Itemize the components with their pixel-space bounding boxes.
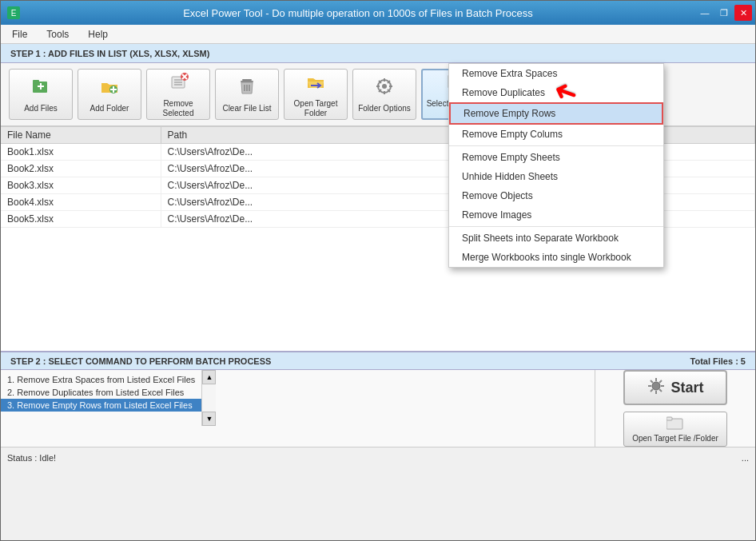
scroll-down-button[interactable]: ▼ [202, 412, 216, 426]
open-target-file-label: Open Target File /Folder [632, 434, 718, 443]
svg-point-8 [382, 84, 387, 89]
close-button[interactable]: ✕ [734, 5, 752, 21]
folder-options-icon [373, 75, 396, 101]
clear-list-label: Clear File List [222, 104, 271, 113]
add-files-label: Add Files [24, 104, 58, 113]
start-label: Start [670, 380, 703, 396]
step2-header: STEP 2 : SELECT COMMAND TO PERFORM BATCH… [1, 351, 755, 370]
scroll-track [202, 384, 216, 412]
step1-header: STEP 1 : ADD FILES IN LIST (XLS, XLSX, X… [1, 44, 755, 63]
open-target-folder-icon [304, 70, 327, 96]
command-list-area: 1. Remove Extra Spaces from Listed Excel… [1, 370, 595, 447]
command-list-item[interactable]: 1. Remove Extra Spaces from Listed Excel… [1, 373, 201, 386]
open-target-folder-label: Open Target Folder [284, 99, 347, 118]
restore-button[interactable]: ❐ [715, 5, 733, 21]
title-bar: E Excel Power Tool - Do multiple operati… [1, 1, 755, 25]
file-name-cell: Book5.xlsx [1, 211, 161, 228]
file-name-cell: Book1.xlsx [1, 144, 161, 161]
svg-rect-5 [242, 79, 252, 81]
add-folder-icon [98, 75, 121, 101]
start-gear-icon [647, 376, 666, 399]
step2-label: STEP 2 : SELECT COMMAND TO PERFORM BATCH… [10, 356, 271, 366]
status-bar: Status : Idle! ... [1, 447, 755, 467]
dropdown-separator [449, 226, 663, 227]
command-dropdown-menu[interactable]: Remove Extra SpacesRemove DuplicatesRemo… [448, 63, 664, 268]
command-list-item[interactable]: 3. Remove Empty Rows from Listed Excel F… [1, 399, 201, 412]
command-list-item[interactable]: 2. Remove Duplicates from Listed Excel F… [1, 386, 201, 399]
folder-options-button[interactable]: Folder Options [352, 69, 416, 120]
clear-list-button[interactable]: Clear File List [215, 69, 279, 120]
step2-content: 1. Remove Extra Spaces from Listed Excel… [1, 370, 755, 447]
file-name-cell: Book4.xlsx [1, 194, 161, 211]
dropdown-item[interactable]: Remove Extra Spaces [449, 64, 663, 83]
command-list: 1. Remove Extra Spaces from Listed Excel… [1, 370, 201, 426]
svg-rect-15 [666, 417, 672, 420]
dropdown-item[interactable]: Split Sheets into Separate Workbook [449, 229, 663, 248]
dropdown-separator [449, 145, 663, 146]
dropdown-item[interactable]: Remove Empty Sheets [449, 148, 663, 167]
open-target-file-icon [666, 416, 684, 432]
remove-selected-label: Remove Selected [147, 99, 209, 118]
add-folder-button[interactable]: Add Folder [78, 69, 141, 120]
status-dots: ... [742, 453, 749, 463]
menu-help[interactable]: Help [83, 27, 113, 42]
folder-options-label: Folder Options [358, 104, 411, 113]
remove-selected-icon [167, 70, 189, 96]
dropdown-item[interactable]: Remove Images [449, 205, 663, 225]
add-folder-label: Add Folder [90, 104, 129, 113]
file-name-cell: Book3.xlsx [1, 177, 161, 194]
dropdown-item[interactable]: Remove Empty Rows [449, 102, 663, 125]
dropdown-item[interactable]: Merge Workbooks into single Workbook [449, 248, 663, 267]
minimize-button[interactable]: — [696, 5, 714, 21]
start-button[interactable]: Start [623, 370, 727, 405]
app-icon: E [7, 6, 20, 19]
menu-bar: File Tools Help [1, 25, 755, 44]
dropdown-item[interactable]: Unhide Hidden Sheets [449, 167, 663, 186]
column-filename: File Name [1, 127, 161, 144]
svg-point-13 [652, 382, 660, 390]
status-text: Status : Idle! [7, 453, 56, 463]
total-files: Total Files : 5 [690, 356, 746, 366]
scroll-up-button[interactable]: ▲ [202, 370, 216, 384]
command-list-scrollbar[interactable]: ▲ ▼ [201, 370, 216, 426]
menu-file[interactable]: File [7, 27, 32, 42]
open-target-file-button[interactable]: Open Target File /Folder [623, 412, 727, 447]
menu-tools[interactable]: Tools [42, 27, 74, 42]
clear-list-icon [236, 75, 258, 101]
step1-label: STEP 1 : ADD FILES IN LIST (XLS, XLSX, X… [10, 49, 209, 58]
window-title: Excel Power Tool - Do multiple operation… [20, 7, 696, 19]
dropdown-item[interactable]: Remove Empty Colums [449, 125, 663, 144]
add-files-button[interactable]: Add Files [9, 69, 73, 120]
file-name-cell: Book2.xlsx [1, 161, 161, 177]
open-target-folder-button[interactable]: Open Target Folder [284, 69, 348, 120]
dropdown-item[interactable]: Remove Duplicates [449, 83, 663, 102]
remove-selected-button[interactable]: Remove Selected [146, 69, 210, 120]
dropdown-item[interactable]: Remove Objects [449, 186, 663, 205]
add-files-icon [30, 75, 52, 101]
action-buttons-area: Start Open Target File /Folder [595, 370, 755, 447]
svg-rect-1 [33, 80, 39, 82]
